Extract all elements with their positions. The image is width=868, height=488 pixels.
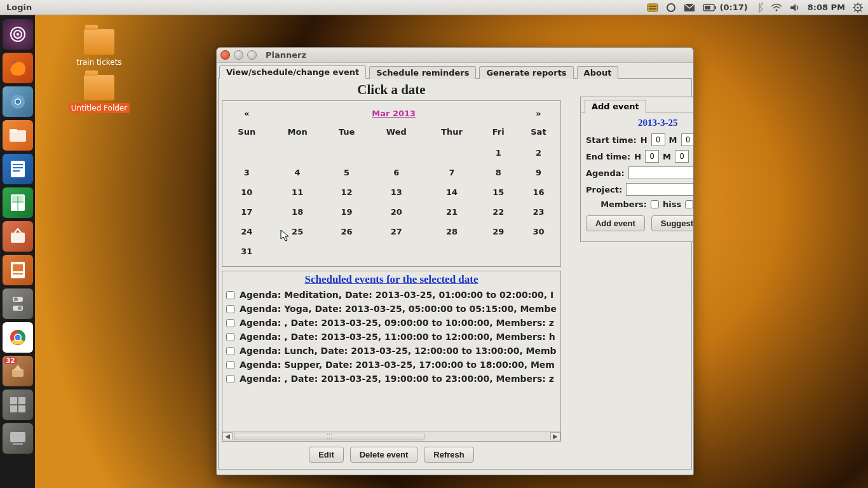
event-checkbox[interactable] [226,333,234,341]
calendar-day[interactable]: 29 [480,222,517,241]
calendar-day[interactable]: 19 [324,202,369,222]
tab-about[interactable]: About [577,66,619,79]
calendar-day[interactable]: 26 [324,222,369,241]
calendar-day[interactable]: 14 [423,182,480,202]
tab-generate-reports[interactable]: Generate reports [479,66,573,79]
calendar-day[interactable]: 15 [480,182,517,202]
window-minimize-icon[interactable] [234,50,243,60]
calendar-day[interactable]: 28 [423,222,480,241]
scroll-right-icon[interactable]: ▶ [550,432,560,440]
calendar-day[interactable]: 12 [324,182,369,202]
launcher-files-icon[interactable] [3,120,33,151]
calendar-day[interactable]: 20 [369,202,423,222]
mail-indicator-icon[interactable] [680,3,699,12]
scroll-track[interactable] [233,432,550,441]
calendar-month-label[interactable]: Mar 2013 [372,109,416,118]
launcher-chrome-icon[interactable] [3,322,33,353]
edit-button[interactable]: Edit [309,447,344,463]
end-minute-input[interactable] [675,150,689,163]
calendar-day[interactable]: 3 [222,163,271,182]
launcher-devices-icon[interactable] [3,423,33,454]
tab-schedule-reminders[interactable]: Schedule reminders [369,66,476,79]
battery-indicator[interactable]: (0:17) [699,3,751,12]
calendar-prev-button[interactable]: « [222,106,271,125]
calendar-day[interactable]: 4 [271,163,323,182]
add-event-button[interactable]: Add event [586,215,645,231]
member-hiss-checkbox[interactable] [651,200,659,208]
window-titlebar[interactable]: Plannerz [217,48,693,63]
calendar-day[interactable]: 2 [517,143,560,163]
event-row[interactable]: Agenda: Yoga, Date: 2013-03-25, 05:00:00… [222,302,560,316]
calendar-day[interactable]: 31 [222,241,271,261]
calendar-day[interactable]: 13 [369,182,423,202]
launcher-chromium-icon[interactable] [3,86,33,117]
event-checkbox[interactable] [226,375,234,383]
event-checkbox[interactable] [226,305,234,313]
scroll-left-icon[interactable]: ◀ [222,432,233,440]
sound-indicator-icon[interactable] [786,3,804,12]
launcher-software-center-icon[interactable] [3,221,33,252]
member-ravi-checkbox[interactable] [685,200,693,208]
event-checkbox[interactable] [226,347,234,355]
event-checkbox[interactable] [226,361,234,369]
bluetooth-indicator-icon[interactable] [752,3,767,13]
calendar-day[interactable]: 18 [271,202,323,222]
event-row[interactable]: Agenda: , Date: 2013-03-25, 11:00:00 to … [222,330,560,344]
calendar-day[interactable]: 27 [369,222,423,241]
calendar-day[interactable]: 11 [271,182,323,202]
start-hour-input[interactable] [651,133,665,146]
agenda-input[interactable] [628,166,694,179]
calendar-next-button[interactable]: » [517,106,560,125]
calendar-day[interactable]: 6 [369,163,423,182]
refresh-button[interactable]: Refresh [424,447,473,463]
calendar-day[interactable]: 17 [222,202,271,222]
event-row[interactable]: Agenda: Supper, Date: 2013-03-25, 17:00:… [222,358,560,372]
calendar-day[interactable]: 9 [517,163,560,182]
calendar-day[interactable]: 21 [423,202,480,222]
calendar-day[interactable]: 25 [271,222,323,241]
calendar-day[interactable]: 1 [480,143,517,163]
calendar-day[interactable]: 22 [480,202,517,222]
keyboard-indicator-icon[interactable] [643,2,662,13]
launcher-writer-icon[interactable] [3,154,33,184]
app-menu[interactable]: Login [1,3,37,12]
calendar-day[interactable]: 24 [222,222,271,241]
launcher-impress-icon[interactable] [3,255,33,285]
desktop-folder-train-tickets[interactable]: train tickets [61,29,137,67]
event-checkbox[interactable] [226,291,234,299]
scroll-thumb[interactable] [234,433,424,440]
window-close-icon[interactable] [220,50,230,60]
launcher-updates-icon[interactable]: 32 [3,356,33,386]
tab-view-schedule[interactable]: View/schedule/change event [219,65,366,79]
suggest-slots-button[interactable]: Suggest Slots [651,215,694,231]
sync-indicator-icon[interactable] [662,3,680,13]
event-row[interactable]: Agenda: Meditation, Date: 2013-03-25, 01… [222,288,560,302]
launcher-dash-icon[interactable] [3,19,33,50]
network-indicator-icon[interactable] [767,3,786,12]
project-input[interactable] [626,183,694,196]
end-hour-input[interactable] [645,150,659,163]
event-checkbox[interactable] [226,319,234,327]
calendar-day[interactable]: 10 [222,182,271,202]
calendar-day[interactable]: 16 [517,182,560,202]
calendar-day[interactable]: 23 [517,202,560,222]
delete-event-button[interactable]: Delete event [350,447,418,463]
calendar-day[interactable]: 30 [517,222,560,241]
horizontal-scrollbar[interactable]: ◀ ▶ [222,431,560,441]
add-event-tab[interactable]: Add event [585,100,646,113]
launcher-calc-icon[interactable] [3,187,33,218]
launcher-firefox-icon[interactable] [3,53,33,83]
event-row[interactable]: Agenda: Lunch, Date: 2013-03-25, 12:00:0… [222,344,560,358]
window-maximize-icon[interactable] [247,50,257,60]
calendar-day[interactable]: 8 [480,163,517,182]
session-cog-icon[interactable] [849,3,867,13]
desktop-folder-untitled[interactable]: Untitled Folder [61,75,137,113]
calendar-day[interactable]: 5 [324,163,369,182]
launcher-workspace-icon[interactable] [3,390,33,420]
start-minute-input[interactable] [681,133,695,146]
calendar-day[interactable]: 7 [423,163,480,182]
launcher-settings-icon[interactable] [3,288,33,319]
event-row[interactable]: Agenda: , Date: 2013-03-25, 09:00:00 to … [222,316,560,330]
event-row[interactable]: Agenda: , Date: 2013-03-25, 19:00:00 to … [222,372,560,386]
clock-indicator[interactable]: 8:08 PM [804,3,849,12]
